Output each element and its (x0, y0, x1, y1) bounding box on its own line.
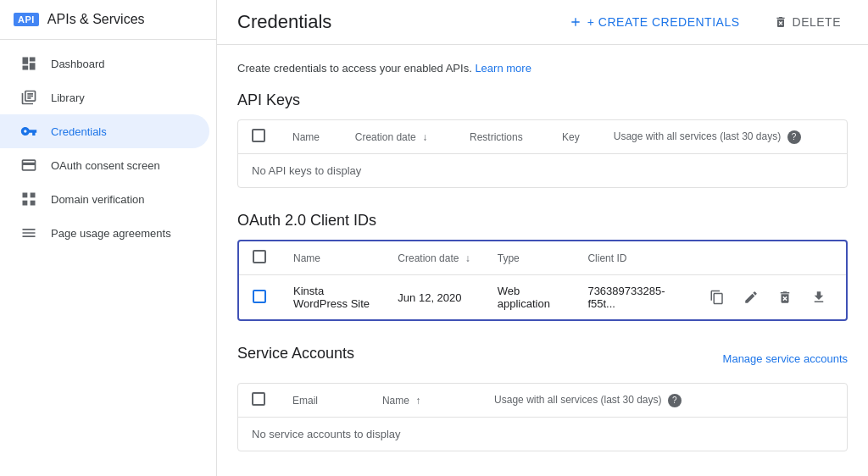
service-accounts-header: Service Accounts Manage service accounts (237, 345, 848, 373)
api-keys-section: API Keys Name Creation date ↓ Restricti (237, 91, 848, 188)
oauth-title: OAuth 2.0 Client IDs (237, 212, 848, 230)
api-keys-select-all-header (238, 120, 279, 154)
sidebar-item-label-library: Library (51, 91, 85, 104)
oauth-col-type: Type (484, 241, 575, 275)
svg-rect-2 (23, 201, 28, 206)
plus-icon (569, 15, 582, 29)
oauth-row-checkbox[interactable] (253, 290, 266, 303)
svg-rect-3 (31, 201, 36, 206)
sort-desc-icon2: ↓ (465, 252, 470, 264)
sidebar-item-label-oauth: OAuth consent screen (51, 159, 160, 172)
api-keys-col-usage: Usage with all services (last 30 days) ? (600, 120, 847, 154)
sidebar-item-label-credentials: Credentials (51, 125, 107, 138)
credentials-icon (20, 123, 37, 140)
oauth-col-client-id: Client ID (574, 241, 690, 275)
pageusage-icon (20, 224, 37, 241)
sa-select-all-header (238, 384, 279, 418)
sidebar-item-credentials[interactable]: Credentials (0, 114, 209, 148)
table-row: Kinsta WordPress Site Jun 12, 2020 Web a… (239, 275, 846, 320)
main-content: Credentials + CREATE CREDENTIALS DELETE … (217, 0, 868, 476)
sidebar-item-pageusage[interactable]: Page usage agreements (0, 216, 209, 250)
api-keys-col-restrictions: Restrictions (456, 120, 548, 154)
manage-service-accounts-link[interactable]: Manage service accounts (723, 352, 848, 365)
top-bar: Credentials + CREATE CREDENTIALS DELETE (217, 0, 868, 45)
delete-row-icon[interactable] (771, 284, 798, 311)
svg-rect-1 (31, 193, 36, 198)
sa-col-name[interactable]: Name ↑ (369, 384, 481, 418)
edit-icon[interactable] (737, 284, 765, 311)
sidebar-item-label-dashboard: Dashboard (51, 58, 105, 70)
oauth-row-checkbox-cell (239, 275, 280, 320)
sidebar-item-domain[interactable]: Domain verification (0, 182, 209, 216)
dashboard-icon (20, 55, 37, 72)
api-keys-col-creation-date[interactable]: Creation date ↓ (342, 120, 456, 154)
sidebar-item-label-domain: Domain verification (51, 193, 145, 206)
domain-icon (20, 191, 37, 208)
api-keys-select-all-checkbox[interactable] (252, 129, 265, 142)
sidebar-header: API APIs & Services (0, 0, 216, 40)
oauth-table: Name Creation date ↓ Type Client ID Kins… (239, 241, 846, 319)
api-keys-table-container: Name Creation date ↓ Restrictions Key Us… (237, 119, 848, 188)
info-bar: Create credentials to access your enable… (237, 62, 848, 75)
api-keys-table: Name Creation date ↓ Restrictions Key Us… (238, 120, 847, 154)
api-keys-usage-help-icon[interactable]: ? (787, 130, 801, 144)
api-logo: API (14, 13, 39, 26)
oauth-col-actions (690, 241, 846, 275)
service-accounts-title: Service Accounts (237, 345, 354, 363)
page-title: Credentials (237, 11, 542, 33)
api-keys-col-key: Key (548, 120, 600, 154)
sidebar-title: APIs & Services (47, 12, 145, 27)
service-accounts-table: Email Name ↑ Usage with all services (la… (238, 384, 847, 418)
oauth-row-creation-date: Jun 12, 2020 (384, 275, 483, 320)
sa-select-all-checkbox[interactable] (252, 392, 265, 406)
learn-more-link[interactable]: Learn more (475, 62, 531, 75)
sort-desc-icon: ↓ (422, 131, 427, 143)
service-accounts-table-container: Email Name ↑ Usage with all services (la… (237, 383, 848, 451)
content-area: Create credentials to access your enable… (217, 45, 868, 476)
service-accounts-header-row: Email Name ↑ Usage with all services (la… (238, 384, 847, 418)
oauth-section: OAuth 2.0 Client IDs Name Creation date … (237, 212, 848, 321)
create-credentials-button[interactable]: + CREATE CREDENTIALS (562, 10, 747, 34)
oauth-row-type: Web application (484, 275, 575, 320)
delete-button[interactable]: DELETE (767, 10, 848, 34)
oauth-header-row: Name Creation date ↓ Type Client ID (239, 241, 846, 275)
sidebar-nav: Dashboard Library Credentials OAuth cons… (0, 40, 216, 250)
sidebar-item-dashboard[interactable]: Dashboard (0, 47, 209, 80)
sidebar: API APIs & Services Dashboard Library Cr… (0, 0, 217, 476)
sa-col-usage: Usage with all services (last 30 days) ? (481, 384, 847, 418)
info-text: Create credentials to access your enable… (237, 62, 472, 75)
oauth-row-actions (690, 275, 846, 320)
api-keys-no-data: No API keys to display (238, 154, 847, 187)
oauth-col-creation-date[interactable]: Creation date ↓ (384, 241, 483, 275)
api-keys-header-row: Name Creation date ↓ Restrictions Key Us… (238, 120, 847, 154)
oauth-select-all-checkbox[interactable] (253, 250, 266, 263)
api-logo-text: API (14, 13, 39, 26)
sa-usage-help-icon[interactable]: ? (668, 394, 682, 407)
oauth-table-container: Name Creation date ↓ Type Client ID Kins… (237, 240, 848, 321)
api-keys-col-name: Name (279, 120, 342, 154)
oauth-row-name: Kinsta WordPress Site (280, 275, 384, 320)
copy-icon[interactable] (704, 284, 731, 311)
sidebar-item-label-pageusage: Page usage agreements (51, 227, 171, 240)
sort-asc-icon: ↑ (415, 395, 420, 407)
oauth-icon (20, 157, 37, 174)
service-accounts-section: Service Accounts Manage service accounts… (237, 345, 848, 451)
sa-col-email: Email (279, 384, 369, 418)
oauth-col-name: Name (280, 241, 384, 275)
library-icon (20, 89, 37, 106)
sidebar-item-library[interactable]: Library (0, 80, 209, 114)
oauth-row-client-id: 736389733285-f55t... (574, 275, 690, 320)
download-icon[interactable] (805, 284, 832, 311)
trash-icon (774, 15, 787, 29)
oauth-select-all-header (239, 241, 280, 275)
svg-rect-0 (23, 193, 28, 198)
api-keys-title: API Keys (237, 91, 848, 109)
sidebar-item-oauth[interactable]: OAuth consent screen (0, 148, 209, 182)
sa-no-data: No service accounts to display (238, 418, 847, 451)
